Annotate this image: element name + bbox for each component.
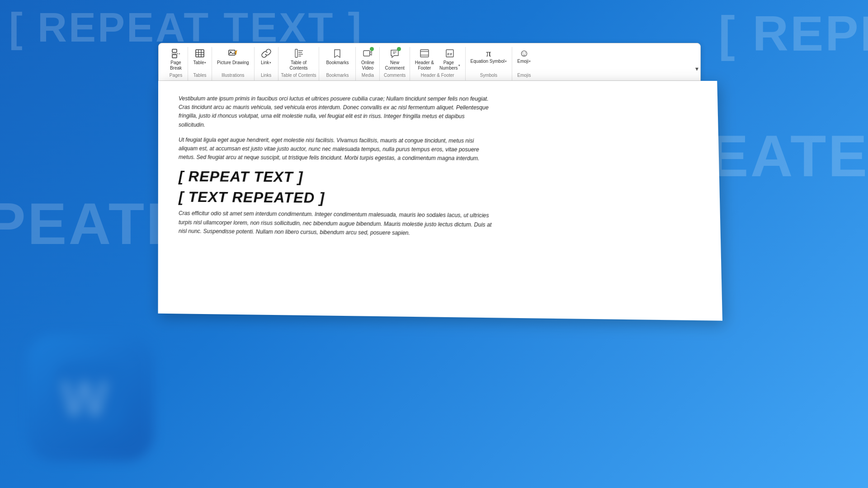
ribbon-group-pages: PageBreak Pages bbox=[164, 47, 188, 80]
ribbon-group-symbols-items: π Equation Symbol ▾ bbox=[468, 47, 509, 72]
links-group-label: Links bbox=[257, 72, 275, 79]
online-video-icon bbox=[363, 48, 373, 60]
svg-rect-3 bbox=[196, 50, 204, 57]
ribbon-group-links-items: Link ▾ bbox=[257, 47, 275, 72]
pages-group-label: Pages bbox=[167, 72, 185, 79]
header-footer-group-label: Header & Footer bbox=[413, 72, 462, 79]
ribbon-group-header-footer: Header &Footer # # PageNumbers ▾ bbox=[410, 47, 466, 80]
picture-drawing-label: Picture Drawing bbox=[217, 60, 249, 66]
ribbon-group-illustrations-items: Picture Drawing bbox=[215, 47, 251, 72]
new-comment-badge bbox=[397, 47, 401, 51]
bookmarks-button[interactable]: Bookmarks bbox=[322, 47, 353, 66]
picture-drawing-icon bbox=[228, 48, 238, 60]
ribbon-group-bookmarks-items: Bookmarks bbox=[322, 47, 353, 72]
blurred-word-icon-bottom-left: W bbox=[27, 334, 154, 461]
bookmarks-group-label: Bookmarks bbox=[322, 72, 353, 79]
ribbon-group-pages-items: PageBreak bbox=[167, 47, 185, 72]
table-of-contents-button[interactable]: Table ofContents bbox=[283, 47, 315, 72]
equation-symbol-button[interactable]: π Equation Symbol ▾ bbox=[468, 47, 509, 65]
svg-rect-0 bbox=[172, 49, 177, 52]
new-comment-button[interactable]: NewComment bbox=[382, 47, 406, 72]
doc-heading-2: [ TEXT REPEATED ] bbox=[179, 189, 494, 208]
ribbon-group-emojis: ☺ Emoji ▾ Emojis bbox=[512, 47, 536, 80]
ribbon-group-comments-items: NewComment bbox=[382, 47, 406, 72]
ribbon: PageBreak Pages bbox=[158, 43, 701, 81]
link-label: Link bbox=[261, 60, 269, 66]
table-caret: ▾ bbox=[204, 61, 206, 65]
emoji-caret: ▾ bbox=[529, 60, 531, 63]
header-footer-button[interactable]: Header &Footer bbox=[413, 47, 436, 72]
page-break-button[interactable]: PageBreak bbox=[167, 47, 185, 72]
svg-text:W: W bbox=[61, 371, 108, 426]
equation-symbol-label: Equation Symbol bbox=[471, 59, 505, 64]
ribbon-group-tables-items: Table ▾ bbox=[191, 47, 209, 72]
page-numbers-caret: ▾ bbox=[458, 64, 460, 67]
ribbon-group-bookmarks: Bookmarks Bookmarks bbox=[319, 47, 356, 80]
page-break-label: PageBreak bbox=[170, 60, 182, 71]
new-comment-label: NewComment bbox=[385, 60, 404, 71]
emojis-group-label: Emojis bbox=[515, 72, 533, 79]
document-page: Vestibulum ante ipsum primis in faucibus… bbox=[158, 81, 723, 321]
page-break-icon bbox=[171, 48, 181, 60]
ribbon-group-illustrations: Picture Drawing Illustrations bbox=[212, 47, 255, 80]
svg-text:#: # bbox=[450, 52, 452, 56]
comments-group-label: Comments bbox=[382, 72, 406, 79]
ribbon-group-comments: NewComment Comments bbox=[380, 47, 410, 80]
page-numbers-label: PageNumbers bbox=[439, 60, 458, 71]
doc-heading-1: [ REPEAT TEXT ] bbox=[179, 168, 493, 187]
svg-rect-18 bbox=[420, 50, 429, 57]
emoji-icon: ☺ bbox=[519, 48, 529, 58]
toc-group-label: Table of Contents bbox=[281, 72, 316, 79]
ribbon-group-media-items: OnlineVideo bbox=[359, 47, 377, 72]
doc-paragraph-1: Vestibulum ante ipsum primis in faucibus… bbox=[179, 94, 492, 130]
document-content: Vestibulum ante ipsum primis in faucibus… bbox=[158, 81, 516, 318]
new-comment-icon bbox=[390, 48, 400, 60]
online-video-label: OnlineVideo bbox=[361, 60, 374, 71]
doc-paragraph-3: Cras efficitur odio sit amet sem interdu… bbox=[179, 209, 494, 238]
media-group-label: Media bbox=[359, 72, 377, 79]
page-numbers-button[interactable]: # # PageNumbers ▾ bbox=[437, 47, 462, 72]
equation-symbol-icon: π bbox=[486, 48, 491, 58]
emoji-button[interactable]: ☺ Emoji ▾ bbox=[515, 47, 533, 65]
header-footer-icon bbox=[420, 48, 429, 60]
ribbon-group-header-footer-items: Header &Footer # # PageNumbers ▾ bbox=[413, 47, 462, 72]
online-video-badge bbox=[370, 47, 374, 51]
equation-symbol-caret: ▾ bbox=[505, 60, 507, 63]
svg-text:#: # bbox=[447, 52, 449, 56]
ribbon-group-media: OnlineVideo Media bbox=[356, 47, 380, 80]
illustrations-group-label: Illustrations bbox=[215, 72, 251, 79]
toc-icon bbox=[294, 48, 304, 60]
toc-label: Table ofContents bbox=[289, 60, 307, 71]
emoji-label: Emoji bbox=[517, 59, 528, 64]
ribbon-group-symbols: π Equation Symbol ▾ Symbols bbox=[466, 47, 513, 80]
link-caret: ▾ bbox=[269, 61, 271, 65]
svg-rect-15 bbox=[363, 51, 370, 56]
online-video-button[interactable]: OnlineVideo bbox=[359, 47, 377, 72]
page-numbers-icon: # # bbox=[445, 48, 455, 60]
ribbon-group-toc-items: Table ofContents bbox=[283, 47, 315, 72]
ribbon-group-tables: Table ▾ Tables bbox=[188, 47, 212, 80]
picture-drawing-button[interactable]: Picture Drawing bbox=[215, 47, 251, 66]
tables-group-label: Tables bbox=[191, 72, 209, 79]
table-label: Table bbox=[193, 60, 204, 66]
svg-rect-10 bbox=[295, 49, 297, 57]
bg-text-top-right: [ REPE bbox=[718, 5, 868, 62]
ribbon-group-toc: Table ofContents Table of Contents bbox=[278, 47, 320, 80]
table-button[interactable]: Table ▾ bbox=[191, 47, 209, 66]
ribbon-group-links: Link ▾ Links bbox=[255, 47, 278, 80]
bookmarks-label: Bookmarks bbox=[326, 60, 349, 66]
table-icon bbox=[195, 48, 205, 60]
ribbon-expand-button[interactable]: ▾ bbox=[695, 65, 698, 72]
svg-rect-2 bbox=[172, 55, 177, 58]
ribbon-group-emojis-items: ☺ Emoji ▾ bbox=[515, 47, 533, 72]
symbols-group-label: Symbols bbox=[468, 72, 509, 79]
doc-paragraph-2: Ut feugiat ligula eget augue hendrerit, … bbox=[179, 136, 493, 163]
bookmarks-icon bbox=[332, 48, 342, 60]
link-icon bbox=[261, 48, 271, 60]
header-footer-label: Header &Footer bbox=[415, 60, 434, 71]
link-button[interactable]: Link ▾ bbox=[257, 47, 275, 66]
ribbon-content: PageBreak Pages bbox=[164, 47, 695, 80]
